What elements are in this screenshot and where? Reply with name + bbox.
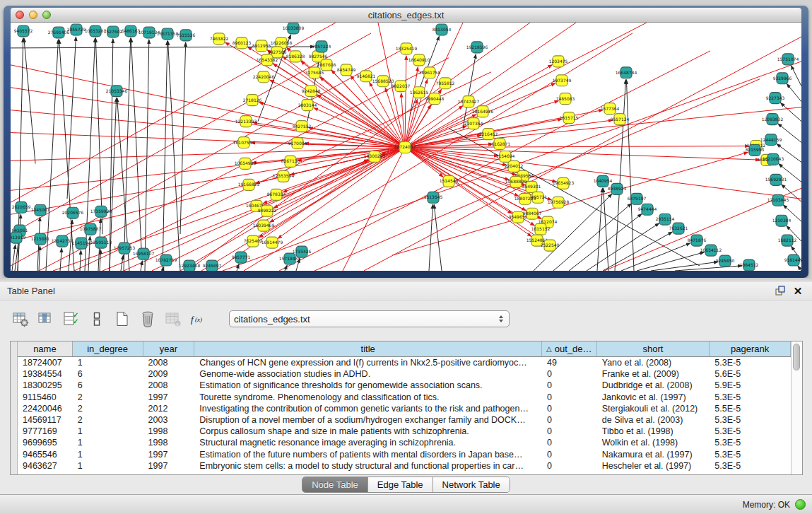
network-node[interactable]: 7485083 [556, 93, 575, 105]
network-edge[interactable] [434, 204, 442, 271]
zoom-window-button[interactable] [42, 11, 51, 19]
table-cell[interactable]: 2 [73, 392, 143, 402]
network-node[interactable]: 8938923 [608, 183, 627, 194]
network-edge[interactable] [168, 41, 180, 271]
network-node[interactable]: 10654112 [700, 245, 722, 256]
network-edge[interactable] [85, 38, 95, 271]
network-edge[interactable] [11, 47, 406, 266]
network-edge[interactable] [11, 65, 399, 146]
table-cell[interactable]: 2 [73, 404, 143, 414]
table-row[interactable]: 969969511998Structural magnetic resonanc… [18, 437, 791, 448]
network-node[interactable]: 9329966 [773, 73, 792, 84]
table-row[interactable]: 946362711997Embryonic stem cells: a mode… [18, 460, 791, 472]
network-node[interactable]: 18164916 [472, 106, 494, 117]
network-node[interactable]: 12103845 [767, 194, 789, 206]
network-edge[interactable] [100, 250, 101, 271]
network-node[interactable]: 1145194 [72, 238, 91, 249]
table-cell[interactable]: Disruption of a novel member of a sodium… [194, 415, 542, 425]
table-cell[interactable]: 1997 [143, 461, 195, 471]
table-cell[interactable]: 0 [542, 369, 597, 379]
table-row[interactable]: 1830029562008Estimation of significance … [18, 380, 791, 391]
network-edge[interactable] [787, 83, 801, 101]
network-node[interactable]: 1215681 [31, 233, 50, 245]
table-cell[interactable]: 9699695 [18, 438, 73, 448]
network-edge[interactable] [411, 149, 510, 180]
table-cell[interactable]: 0 [542, 450, 597, 460]
network-edge[interactable] [11, 88, 399, 146]
table-cell[interactable]: 5.6E-5 [710, 369, 791, 379]
network-edge[interactable] [411, 146, 749, 148]
network-node[interactable]: 20206576 [62, 207, 84, 218]
table-cell[interactable]: 22420046 [18, 404, 73, 414]
network-node[interactable]: 9245697 [203, 260, 222, 271]
network-node[interactable]: 19756928 [548, 197, 570, 208]
table-cell[interactable]: 5.9E-5 [710, 380, 791, 390]
column-header-out_de[interactable]: △out_de… [542, 341, 597, 356]
tab-node-table[interactable]: Node Table [302, 477, 368, 492]
network-node[interactable]: 1210384 [772, 215, 792, 226]
table-cell[interactable]: 5.3E-5 [710, 438, 791, 448]
table-cell[interactable]: Franke et al. (2009) [597, 369, 710, 379]
network-node[interactable]: 9405572 [14, 25, 33, 37]
network-node[interactable]: 10975887 [80, 223, 102, 235]
network-node[interactable]: 15692931 [765, 174, 787, 185]
table-cell[interactable]: 1 [73, 450, 143, 460]
table-cell[interactable]: Nakamura et al. (1997) [597, 450, 710, 460]
table-cell[interactable]: 1 [73, 426, 143, 436]
table-row[interactable]: 911546021997Tourette syndrome. Phenomeno… [18, 392, 791, 403]
table-row[interactable]: 946554611997Estimation of the future num… [18, 449, 791, 460]
network-node[interactable]: 18325419 [396, 43, 418, 54]
table-cell[interactable]: Tourette syndrome. Phenomenology and cla… [194, 392, 542, 402]
table-cell[interactable]: Changes of HCN gene expression and I(f) … [194, 358, 542, 368]
table-cell[interactable]: Hescheler et al. (1997) [597, 461, 710, 471]
network-node[interactable]: 8427552 [293, 121, 312, 132]
table-cell[interactable]: 0 [542, 426, 597, 436]
column-header-in_degree[interactable]: in_degree [73, 341, 143, 356]
delete-table-button[interactable] [137, 308, 158, 329]
network-node[interactable]: 9990448 [425, 93, 445, 105]
table-cell[interactable]: Dudbridge et al. (2008) [597, 380, 710, 390]
network-edge[interactable] [603, 232, 672, 271]
row-checks-button[interactable]: ✓ ✓ [61, 308, 82, 329]
table-cell[interactable]: 1 [73, 461, 143, 471]
table-row[interactable]: 1872400712008Changes of HCN gene express… [18, 357, 791, 368]
table-cell[interactable]: 18300295 [18, 380, 73, 390]
network-node[interactable]: 1527602 [104, 26, 123, 37]
network-node[interactable]: 8822037 [392, 81, 411, 92]
table-cell[interactable]: 1 [73, 358, 143, 368]
network-node[interactable]: 7515526 [177, 30, 196, 41]
table-cell[interactable]: 0 [542, 461, 597, 471]
table-cell[interactable]: Embryonic stem cells: a model to study s… [194, 461, 542, 471]
network-edge[interactable] [67, 37, 76, 199]
new-document-button[interactable] [112, 308, 133, 329]
network-node[interactable]: 9227343 [766, 93, 785, 104]
network-node[interactable]: 2107354 [464, 118, 483, 129]
table-cell[interactable]: 5.5E-5 [710, 404, 791, 414]
table-row[interactable]: 977716911998Corpus callosum shape and si… [18, 426, 791, 437]
network-node[interactable]: 9474444 [638, 204, 657, 215]
citation-network-graph[interactable]: 1872400718300295896012389129551822605898… [11, 23, 801, 271]
table-cell[interactable]: 1998 [143, 426, 195, 436]
network-edge[interactable] [651, 262, 718, 271]
network-node[interactable]: 12353594 [273, 170, 295, 182]
network-node[interactable]: 17359928 [90, 206, 112, 217]
table-cell[interactable]: de Silva et al. (2003) [597, 415, 710, 425]
column-header-title[interactable]: title [194, 341, 542, 356]
table-cell[interactable]: Investigating the contribution of common… [194, 404, 542, 414]
network-edge[interactable] [180, 42, 186, 234]
network-edge[interactable] [411, 148, 507, 165]
network-node[interactable]: 16162871 [489, 139, 511, 150]
network-node[interactable]: 6879197 [628, 193, 647, 204]
network-node[interactable]: 16107554 [233, 137, 255, 148]
table-cell[interactable]: 6 [73, 369, 143, 379]
network-node[interactable]: 16671358 [157, 28, 179, 40]
table-cell[interactable]: Structural magnetic resonance image aver… [194, 438, 542, 448]
network-node[interactable]: 1514549 [440, 175, 459, 187]
network-node[interactable]: 1513545 [424, 192, 443, 203]
table-cell[interactable]: 18724007 [18, 358, 73, 368]
table-cell[interactable]: 2 [73, 415, 143, 425]
table-cell[interactable]: 2008 [143, 358, 195, 368]
network-node[interactable]: 9170004 [288, 138, 307, 149]
network-edge[interactable] [429, 204, 433, 271]
table-cell[interactable]: 1997 [143, 450, 195, 460]
